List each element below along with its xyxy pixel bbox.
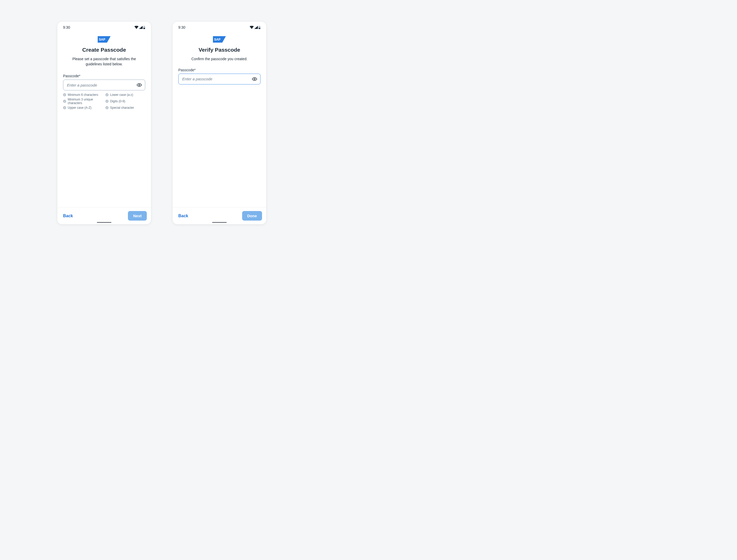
toggle-visibility-icon[interactable] xyxy=(252,76,257,82)
page-subtitle: Please set a passcode that satisfies the… xyxy=(57,57,151,67)
check-icon xyxy=(105,106,108,109)
wifi-icon xyxy=(134,26,138,29)
status-icons xyxy=(134,26,145,29)
svg-point-5 xyxy=(139,84,140,86)
home-indicator xyxy=(97,222,111,223)
status-time: 9:30 xyxy=(178,25,185,29)
rule-label: Minimum 6 characters xyxy=(68,93,98,97)
footer-bar: Back Next xyxy=(57,207,151,224)
check-icon xyxy=(105,100,108,103)
check-icon xyxy=(63,93,66,96)
rule-label: Upper case (A-Z) xyxy=(68,106,91,110)
toggle-visibility-icon[interactable] xyxy=(137,82,142,88)
sap-logo: SAP xyxy=(98,36,111,43)
rule-unique-chars: Minimum 3 unique characters xyxy=(63,98,103,105)
rule-special: Special character xyxy=(105,106,145,110)
check-icon xyxy=(105,93,108,96)
passcode-label: Passcode* xyxy=(178,68,260,72)
page-subtitle: Confirm the passcode you created. xyxy=(173,57,266,62)
rule-label: Minimum 3 unique characters xyxy=(68,98,103,105)
passcode-input-wrapper[interactable] xyxy=(178,74,260,84)
footer-bar: Back Done xyxy=(173,207,266,224)
wifi-icon xyxy=(250,26,254,29)
home-indicator xyxy=(212,222,227,223)
next-button[interactable]: Next xyxy=(128,211,147,221)
page-title: Create Passcode xyxy=(57,47,151,53)
sap-logo: SAP xyxy=(213,36,226,43)
verify-passcode-screen: 9:30 SAP Verify Passcode Confirm the pas… xyxy=(173,22,266,224)
rule-min-chars: Minimum 6 characters xyxy=(63,93,103,97)
done-button[interactable]: Done xyxy=(242,211,262,221)
create-passcode-screen: 9:30 SAP Create Passcode Please set a pa… xyxy=(57,22,151,224)
back-button[interactable]: Back xyxy=(177,212,190,220)
rule-label: Digits (0-9) xyxy=(110,99,125,103)
back-button[interactable]: Back xyxy=(61,212,74,220)
passcode-label: Passcode* xyxy=(63,74,145,78)
status-bar: 9:30 xyxy=(173,22,266,32)
svg-rect-12 xyxy=(259,26,260,26)
rule-label: Lower case (a-z) xyxy=(110,93,133,97)
cellular-icon xyxy=(254,26,258,29)
battery-icon xyxy=(143,26,145,29)
rule-lowercase: Lower case (a-z) xyxy=(105,93,145,97)
svg-text:SAP: SAP xyxy=(99,38,105,41)
passcode-input[interactable] xyxy=(67,83,137,87)
battery-icon xyxy=(258,26,260,29)
status-time: 9:30 xyxy=(63,25,70,29)
rule-uppercase: Upper case (A-Z) xyxy=(63,106,103,110)
status-bar: 9:30 xyxy=(57,22,151,32)
svg-rect-14 xyxy=(259,28,260,29)
svg-rect-0 xyxy=(144,26,145,26)
svg-rect-2 xyxy=(143,28,145,29)
check-icon xyxy=(63,100,66,103)
cellular-icon xyxy=(139,26,143,29)
svg-point-17 xyxy=(254,78,255,80)
page-title: Verify Passcode xyxy=(173,47,266,53)
passcode-rules: Minimum 6 characters Lower case (a-z) Mi… xyxy=(57,90,151,110)
svg-text:SAP: SAP xyxy=(214,38,221,41)
rule-digits: Digits (0-9) xyxy=(105,98,145,105)
passcode-input-wrapper[interactable] xyxy=(63,80,145,90)
status-icons xyxy=(250,26,260,29)
passcode-input[interactable] xyxy=(182,77,252,81)
check-icon xyxy=(63,106,66,109)
rule-label: Special character xyxy=(110,106,134,110)
